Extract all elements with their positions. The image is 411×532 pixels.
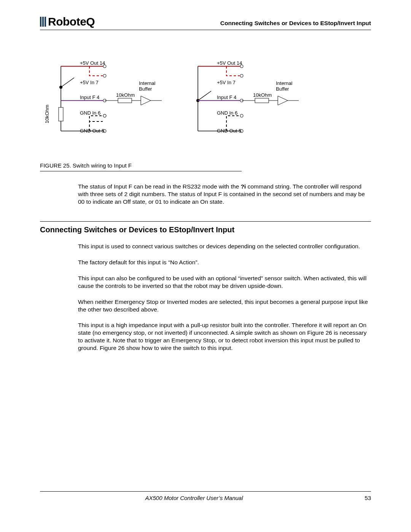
label-5v-out: +5V Out 14 <box>217 60 242 66</box>
sec-para-5: This input is a high impedance input wit… <box>78 321 371 351</box>
label-5v-in: +5V In 7 <box>80 80 99 85</box>
page-footer: AX500 Motor Controller User’s Manual 53 <box>40 491 371 501</box>
svg-rect-9 <box>118 98 132 103</box>
brand-logo: RoboteQ <box>40 15 95 28</box>
label-gnd-out: GND Out 5 <box>217 128 241 134</box>
label-gnd-out: GND Out 5 <box>80 128 104 134</box>
footer-manual-title: AX500 Motor Controller User’s Manual <box>40 495 348 501</box>
sec-para-4: When neither Emergency Stop or Inverted … <box>78 298 371 313</box>
svg-point-15 <box>103 114 106 117</box>
para1-a: The status of Input F can be read in the… <box>78 183 241 190</box>
paragraph-inputf-status: The status of Input F can be read in the… <box>78 183 371 205</box>
logo-bars-icon <box>40 17 46 27</box>
svg-point-32 <box>240 114 243 117</box>
svg-marker-30 <box>278 96 288 105</box>
svg-marker-11 <box>141 96 151 105</box>
svg-line-5 <box>61 78 74 87</box>
svg-rect-28 <box>255 98 269 103</box>
schematic-right: +5V Out 14 +5V In 7 Input F 4 10kOhm Int… <box>190 62 320 146</box>
figure-25-diagram: +5V Out 14 +5V In 7 Input F 4 10kOhm Int… <box>40 62 371 158</box>
svg-line-24 <box>198 91 211 101</box>
svg-point-3 <box>103 74 106 77</box>
para1-cmd: ?i <box>241 183 246 190</box>
figure-caption: FIGURE 25. Switch wiring to Input F <box>40 162 242 171</box>
label-5v-in: +5V In 7 <box>217 80 236 85</box>
page-header: RoboteQ Connecting Switches or Devices t… <box>40 15 371 30</box>
label-buffer: InternalBuffer <box>276 81 292 92</box>
svg-point-22 <box>240 74 243 77</box>
label-10k-inline: 10kOhm <box>253 92 272 98</box>
header-running-title: Connecting Switches or Devices to EStop/… <box>95 20 371 28</box>
label-input-f: Input F 4 <box>80 94 99 100</box>
schematic-left: +5V Out 14 +5V In 7 Input F 4 10kOhm Int… <box>53 62 183 146</box>
logo-text: RoboteQ <box>48 15 95 28</box>
label-10k-pulldown: 10kOhm <box>44 105 50 123</box>
section-heading-estop: Connecting Switches or Devices to EStop/… <box>40 221 371 234</box>
label-5v-out: +5V Out 14 <box>80 60 105 66</box>
label-gnd-in: GND In 6 <box>80 110 100 116</box>
label-buffer: InternalBuffer <box>139 81 155 92</box>
svg-rect-18 <box>59 107 63 121</box>
sec-para-2: The factory default for this input is “N… <box>78 259 371 266</box>
sec-para-3: This input can also be configured to be … <box>78 275 371 290</box>
label-gnd-in: GND In 6 <box>217 110 237 116</box>
sec-para-1: This input is used to connect various sw… <box>78 243 371 250</box>
footer-page-number: 53 <box>348 495 371 501</box>
label-input-f: Input F 4 <box>217 94 236 100</box>
label-10k-inline: 10kOhm <box>116 92 135 98</box>
